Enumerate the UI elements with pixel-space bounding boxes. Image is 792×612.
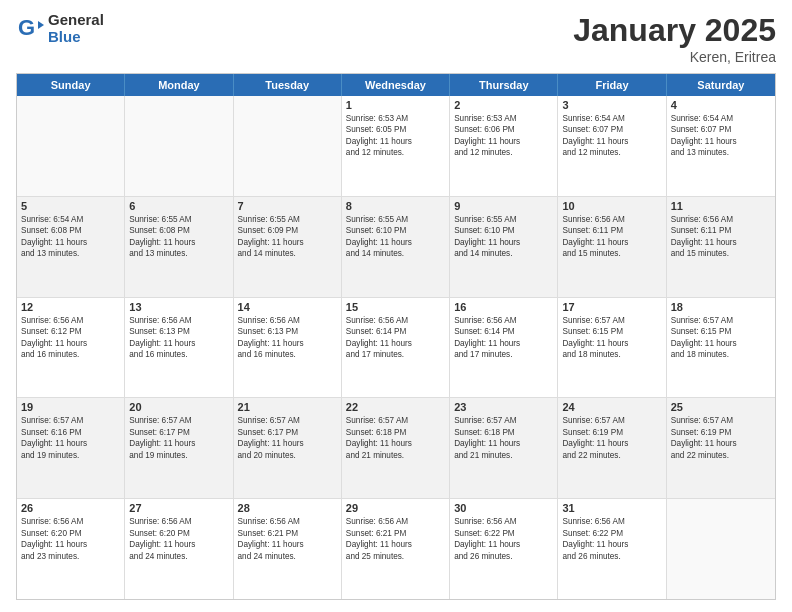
cell-info-line: Sunset: 6:17 PM [238,427,337,438]
cell-info-line: Sunrise: 6:55 AM [129,214,228,225]
cell-info-line: Daylight: 11 hours [454,136,553,147]
day-number: 29 [346,502,445,514]
cell-info-line: Daylight: 11 hours [562,237,661,248]
cell-info-line: Sunset: 6:13 PM [129,326,228,337]
cell-info-line: and 26 minutes. [454,551,553,562]
calendar-cell-empty [667,499,775,599]
calendar-cell-22: 22Sunrise: 6:57 AMSunset: 6:18 PMDayligh… [342,398,450,498]
cell-info-line: Daylight: 11 hours [346,438,445,449]
cell-info-line: Sunset: 6:19 PM [671,427,771,438]
cell-info-line: Sunrise: 6:56 AM [346,315,445,326]
cell-info-line: and 21 minutes. [454,450,553,461]
cell-info-line: and 14 minutes. [346,248,445,259]
cell-info-line: Daylight: 11 hours [562,539,661,550]
cell-info-line: Sunrise: 6:56 AM [238,315,337,326]
cell-info-line: Sunset: 6:16 PM [21,427,120,438]
day-number: 9 [454,200,553,212]
cell-info-line: Sunset: 6:07 PM [562,124,661,135]
cell-info-line: Sunset: 6:08 PM [129,225,228,236]
calendar-cell-16: 16Sunrise: 6:56 AMSunset: 6:14 PMDayligh… [450,298,558,398]
cell-info-line: Sunrise: 6:55 AM [454,214,553,225]
cell-info-line: and 19 minutes. [129,450,228,461]
logo-text: General Blue [48,12,104,45]
calendar-cell-17: 17Sunrise: 6:57 AMSunset: 6:15 PMDayligh… [558,298,666,398]
title-location: Keren, Eritrea [573,49,776,65]
cell-info-line: Sunrise: 6:54 AM [671,113,771,124]
cell-info-line: Sunset: 6:07 PM [671,124,771,135]
cell-info-line: Sunrise: 6:53 AM [346,113,445,124]
day-number: 23 [454,401,553,413]
cell-info-line: Daylight: 11 hours [129,438,228,449]
calendar-row-2: 12Sunrise: 6:56 AMSunset: 6:12 PMDayligh… [17,298,775,399]
cell-info-line: Daylight: 11 hours [562,438,661,449]
cell-info-line: Sunset: 6:21 PM [346,528,445,539]
cell-info-line: Daylight: 11 hours [129,338,228,349]
cell-info-line: and 12 minutes. [454,147,553,158]
calendar-cell-29: 29Sunrise: 6:56 AMSunset: 6:21 PMDayligh… [342,499,450,599]
cell-info-line: Sunrise: 6:56 AM [671,214,771,225]
day-number: 16 [454,301,553,313]
cell-info-line: Daylight: 11 hours [454,438,553,449]
calendar-cell-15: 15Sunrise: 6:56 AMSunset: 6:14 PMDayligh… [342,298,450,398]
cell-info-line: and 17 minutes. [454,349,553,360]
cell-info-line: Sunset: 6:15 PM [671,326,771,337]
weekday-header-tuesday: Tuesday [234,74,342,96]
cell-info-line: and 16 minutes. [21,349,120,360]
cell-info-line: Daylight: 11 hours [562,136,661,147]
cell-info-line: and 12 minutes. [346,147,445,158]
cell-info-line: and 14 minutes. [454,248,553,259]
cell-info-line: Sunset: 6:22 PM [562,528,661,539]
cell-info-line: Daylight: 11 hours [671,338,771,349]
cell-info-line: Sunrise: 6:57 AM [454,415,553,426]
cell-info-line: Daylight: 11 hours [562,338,661,349]
cell-info-line: Daylight: 11 hours [21,338,120,349]
cell-info-line: Daylight: 11 hours [238,237,337,248]
day-number: 28 [238,502,337,514]
cell-info-line: Daylight: 11 hours [238,438,337,449]
day-number: 19 [21,401,120,413]
cell-info-line: Daylight: 11 hours [21,539,120,550]
day-number: 14 [238,301,337,313]
cell-info-line: Sunrise: 6:56 AM [21,315,120,326]
cell-info-line: Sunrise: 6:57 AM [671,415,771,426]
cell-info-line: Sunset: 6:21 PM [238,528,337,539]
day-number: 13 [129,301,228,313]
cell-info-line: Daylight: 11 hours [346,237,445,248]
cell-info-line: Sunset: 6:18 PM [346,427,445,438]
weekday-header-wednesday: Wednesday [342,74,450,96]
calendar-cell-9: 9Sunrise: 6:55 AMSunset: 6:10 PMDaylight… [450,197,558,297]
cell-info-line: Daylight: 11 hours [129,237,228,248]
cell-info-line: Sunrise: 6:57 AM [346,415,445,426]
cell-info-line: Sunrise: 6:56 AM [238,516,337,527]
cell-info-line: Sunset: 6:08 PM [21,225,120,236]
cell-info-line: Sunset: 6:12 PM [21,326,120,337]
calendar-cell-23: 23Sunrise: 6:57 AMSunset: 6:18 PMDayligh… [450,398,558,498]
calendar-cell-1: 1Sunrise: 6:53 AMSunset: 6:05 PMDaylight… [342,96,450,196]
cell-info-line: Sunrise: 6:57 AM [671,315,771,326]
day-number: 4 [671,99,771,111]
cell-info-line: and 19 minutes. [21,450,120,461]
calendar-cell-10: 10Sunrise: 6:56 AMSunset: 6:11 PMDayligh… [558,197,666,297]
cell-info-line: and 15 minutes. [562,248,661,259]
calendar-row-1: 5Sunrise: 6:54 AMSunset: 6:08 PMDaylight… [17,197,775,298]
cell-info-line: and 22 minutes. [671,450,771,461]
calendar-cell-30: 30Sunrise: 6:56 AMSunset: 6:22 PMDayligh… [450,499,558,599]
calendar-cell-14: 14Sunrise: 6:56 AMSunset: 6:13 PMDayligh… [234,298,342,398]
day-number: 26 [21,502,120,514]
calendar-cell-empty [17,96,125,196]
day-number: 17 [562,301,661,313]
cell-info-line: and 16 minutes. [129,349,228,360]
cell-info-line: Sunset: 6:22 PM [454,528,553,539]
day-number: 20 [129,401,228,413]
cell-info-line: Sunrise: 6:57 AM [562,315,661,326]
logo-icon: G [16,15,44,43]
cell-info-line: Sunset: 6:11 PM [562,225,661,236]
logo-general-label: General [48,12,104,29]
calendar-cell-empty [234,96,342,196]
cell-info-line: Sunrise: 6:57 AM [562,415,661,426]
day-number: 2 [454,99,553,111]
cell-info-line: and 18 minutes. [671,349,771,360]
calendar-cell-31: 31Sunrise: 6:56 AMSunset: 6:22 PMDayligh… [558,499,666,599]
cell-info-line: Daylight: 11 hours [454,338,553,349]
calendar-row-0: 1Sunrise: 6:53 AMSunset: 6:05 PMDaylight… [17,96,775,197]
